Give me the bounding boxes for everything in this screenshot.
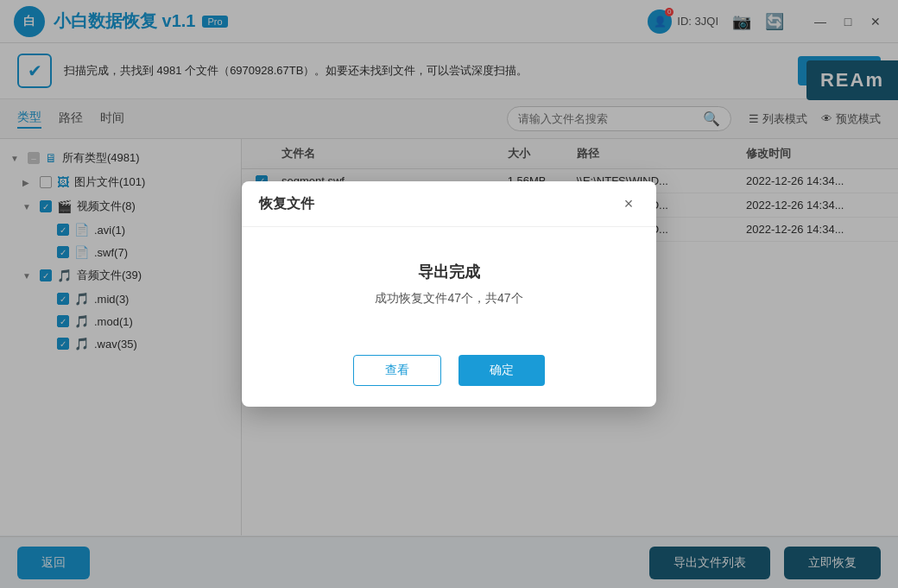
modal-success-desc: 成功恢复文件47个，共47个 [259,291,639,307]
modal-body: 导出完成 成功恢复文件47个，共47个 [242,227,656,341]
modal-success-title: 导出完成 [259,262,639,282]
recover-modal: 恢复文件 × 导出完成 成功恢复文件47个，共47个 查看 确定 [242,181,656,407]
modal-footer: 查看 确定 [242,341,656,407]
modal-close-button[interactable]: × [618,193,639,214]
modal-overlay: 恢复文件 × 导出完成 成功恢复文件47个，共47个 查看 确定 [0,0,898,588]
modal-title: 恢复文件 [259,195,314,213]
confirm-button[interactable]: 确定 [458,355,545,386]
view-button[interactable]: 查看 [353,355,441,386]
modal-header: 恢复文件 × [242,181,656,227]
